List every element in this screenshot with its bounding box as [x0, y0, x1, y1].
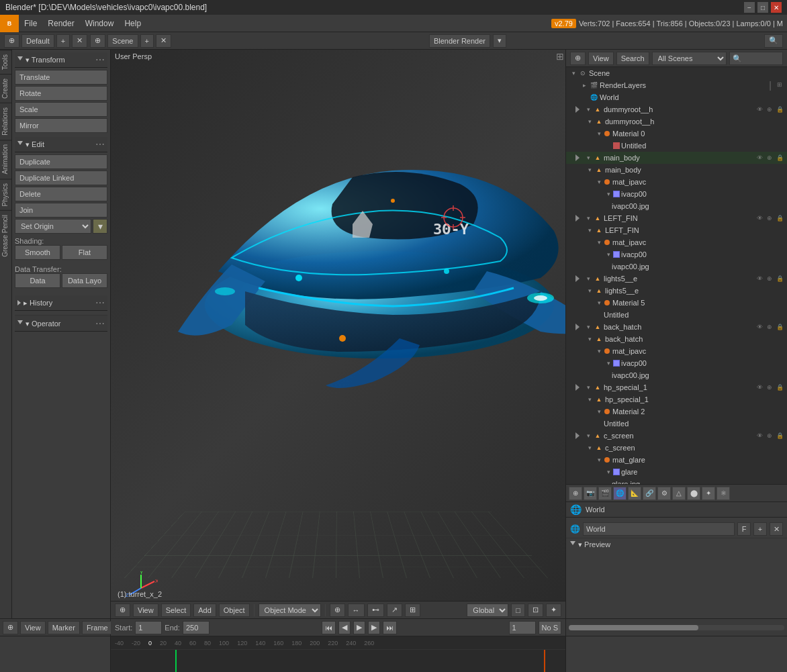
- tree-item-cscreen-parent[interactable]: ▾ ▲ c_screen 👁 ⊕ 🔒: [566, 430, 787, 442]
- modifier-props-btn[interactable]: ⚙: [657, 487, 671, 500]
- transform-section-header[interactable]: ▾ Transform ⋯: [15, 52, 107, 68]
- backhatch-cursor-icon[interactable]: ⊕: [765, 322, 774, 332]
- tree-item-backhatch-parent[interactable]: ▾ ▲ back_hatch 👁 ⊕ 🔒: [566, 321, 787, 333]
- particle-props-btn[interactable]: ✦: [702, 487, 715, 500]
- vtab-animation[interactable]: Animation: [0, 140, 11, 178]
- viewport-tool4[interactable]: ↗: [387, 604, 402, 617]
- delete-button[interactable]: Delete: [15, 187, 107, 201]
- cursor-icon[interactable]: ⊕: [765, 105, 774, 114]
- vp-btn-3[interactable]: ✦: [546, 604, 561, 617]
- viewport-view-btn[interactable]: View: [133, 604, 158, 617]
- tree-item-ivacp00-1[interactable]: ▾ ivacp00: [566, 188, 787, 200]
- vtab-grease-pencil[interactable]: Grease Pencil: [0, 210, 11, 261]
- data-layout-button[interactable]: Data Layo: [62, 273, 107, 288]
- scene-add-btn[interactable]: +: [140, 34, 154, 48]
- tree-item-ivapc00jpg-2[interactable]: ivapc00.jpg: [566, 260, 787, 273]
- viewport-object-btn[interactable]: Object: [219, 604, 250, 617]
- data-button[interactable]: Data: [15, 273, 60, 288]
- layout-icon-btn[interactable]: ⊕: [4, 34, 19, 48]
- layout-add-btn[interactable]: +: [56, 34, 70, 48]
- outliner-search-btn[interactable]: Search: [616, 52, 649, 65]
- tree-item-scene[interactable]: ▾ ⊙ Scene: [566, 67, 787, 79]
- viewport-tool5[interactable]: ⊞: [405, 604, 420, 617]
- viewport-tool3[interactable]: ⊷: [367, 604, 384, 617]
- set-origin-select[interactable]: Set Origin: [15, 219, 91, 234]
- vtab-relations[interactable]: Relations: [0, 103, 11, 140]
- duplicate-button[interactable]: Duplicate: [15, 154, 107, 169]
- skip-to-end-btn[interactable]: ⏭: [383, 621, 397, 634]
- hpspecial-eye-icon[interactable]: 👁: [755, 383, 764, 392]
- start-frame-input[interactable]: [135, 621, 162, 634]
- tree-item-ivacp00-3[interactable]: ▾ ivacp00: [566, 357, 787, 369]
- next-frame-btn[interactable]: ▶: [368, 621, 380, 634]
- rotate-button[interactable]: Rotate: [15, 86, 107, 101]
- tree-item-dummyroot-child[interactable]: ▾ ▲ dummyroot__h: [566, 115, 787, 128]
- scale-button[interactable]: Scale: [15, 102, 107, 117]
- tree-item-lights5-parent[interactable]: ▾ ▲ lights5__e 👁 ⊕ 🔒: [566, 273, 787, 285]
- scene-btn[interactable]: Scene: [107, 34, 138, 48]
- join-button[interactable]: Join: [15, 203, 107, 218]
- tree-item-ivapc00jpg-3[interactable]: ivapc00.jpg: [566, 369, 787, 381]
- tree-item-material0[interactable]: ▾ Material 0: [566, 128, 787, 140]
- tree-item-mat-ipavc-2[interactable]: ▾ mat_ipavc: [566, 236, 787, 248]
- world-remove-btn[interactable]: ✕: [770, 522, 783, 536]
- tree-item-mainbody-child[interactable]: ▾ ▲ main_body: [566, 164, 787, 176]
- scene-close-btn[interactable]: ✕: [156, 34, 171, 48]
- tree-item-lights5-child[interactable]: ▾ ▲ lights5__e: [566, 285, 787, 297]
- close-button[interactable]: ✕: [771, 2, 782, 13]
- vtab-physics[interactable]: Physics: [0, 179, 11, 210]
- skip-to-start-btn[interactable]: ⏮: [322, 621, 336, 634]
- viewport-expand-btn[interactable]: ⊞: [556, 51, 564, 62]
- tree-item-renderlayers[interactable]: ▸ 🎬 RenderLayers | ⊞: [566, 79, 787, 91]
- object-mode-select[interactable]: Object Mode: [259, 604, 321, 617]
- cscreen-restrict-icon[interactable]: 🔒: [775, 431, 784, 440]
- tree-item-mat-glare[interactable]: ▾ mat_glare: [566, 454, 787, 466]
- layout-btn[interactable]: Default: [21, 34, 54, 48]
- menu-window[interactable]: Window: [80, 15, 120, 32]
- viewport-add-btn[interactable]: Add: [193, 604, 216, 617]
- outliner-search-input[interactable]: [729, 52, 783, 65]
- eye-icon[interactable]: 👁: [755, 105, 764, 114]
- maximize-button[interactable]: □: [757, 2, 768, 13]
- outliner-view-btn[interactable]: View: [588, 52, 614, 65]
- vp-btn-1[interactable]: □: [511, 604, 525, 617]
- tree-item-glarejpg[interactable]: glare.jpg: [566, 478, 787, 484]
- info-props-btn[interactable]: ⊕: [569, 487, 582, 500]
- viewport-icon-btn[interactable]: ⊕: [115, 604, 130, 617]
- tree-item-backhatch-child[interactable]: ▾ ▲ back_hatch: [566, 333, 787, 345]
- lights5-restrict-icon[interactable]: 🔒: [775, 274, 784, 283]
- play-btn[interactable]: ▶: [353, 621, 365, 634]
- leftfin-cursor-icon[interactable]: ⊕: [765, 213, 774, 223]
- vtab-create[interactable]: Create: [0, 74, 11, 103]
- scroll-thumb[interactable]: [569, 625, 698, 630]
- layout-close-btn[interactable]: ✕: [72, 34, 87, 48]
- renderer-arrow[interactable]: ▾: [493, 34, 506, 48]
- tree-item-material5[interactable]: ▾ Material 5: [566, 297, 787, 309]
- tree-item-material2[interactable]: ▾ Material 2: [566, 405, 787, 418]
- mainbody-eye-icon[interactable]: 👁: [755, 153, 764, 162]
- material-props-btn[interactable]: ⬤: [687, 487, 700, 500]
- edit-section-header[interactable]: ▾ Edit ⋯: [15, 137, 107, 152]
- tree-item-ivapc00jpg-1[interactable]: ivapc00.jpg: [566, 200, 787, 212]
- tree-item-cscreen-child[interactable]: ▾ ▲ c_screen: [566, 442, 787, 454]
- tree-item-ivacp00-2[interactable]: ▾ ivacp00: [566, 248, 787, 260]
- global-select[interactable]: Global: [467, 604, 508, 617]
- tree-item-untitled-1[interactable]: Untitled: [566, 140, 787, 152]
- scene-icon-btn[interactable]: ⊕: [90, 34, 105, 48]
- constraint-props-btn[interactable]: 🔗: [643, 487, 656, 500]
- tree-item-mainbody-parent[interactable]: ▾ ▲ main_body 👁 ⊕ 🔒: [566, 152, 787, 164]
- viewport-select-btn[interactable]: Select: [161, 604, 191, 617]
- operator-section-header[interactable]: ▾ Operator ⋯: [15, 315, 107, 332]
- history-section-header[interactable]: ▸ History ⋯: [15, 295, 107, 311]
- tree-item-untitled-2[interactable]: Untitled: [566, 309, 787, 321]
- data-props-btn[interactable]: △: [672, 487, 686, 500]
- hpspecial-restrict-icon[interactable]: 🔒: [775, 383, 784, 392]
- scene-select[interactable]: All Scenes: [652, 52, 727, 65]
- mirror-button[interactable]: Mirror: [15, 118, 107, 133]
- leftfin-eye-icon[interactable]: 👁: [755, 213, 764, 223]
- renderlayers-action-icon[interactable]: ⊞: [775, 80, 784, 89]
- renderer-btn[interactable]: Blender Render: [429, 34, 490, 48]
- menu-file[interactable]: File: [19, 15, 42, 32]
- render-props-btn[interactable]: 📷: [584, 487, 597, 500]
- prev-frame-btn[interactable]: ◀: [338, 621, 351, 634]
